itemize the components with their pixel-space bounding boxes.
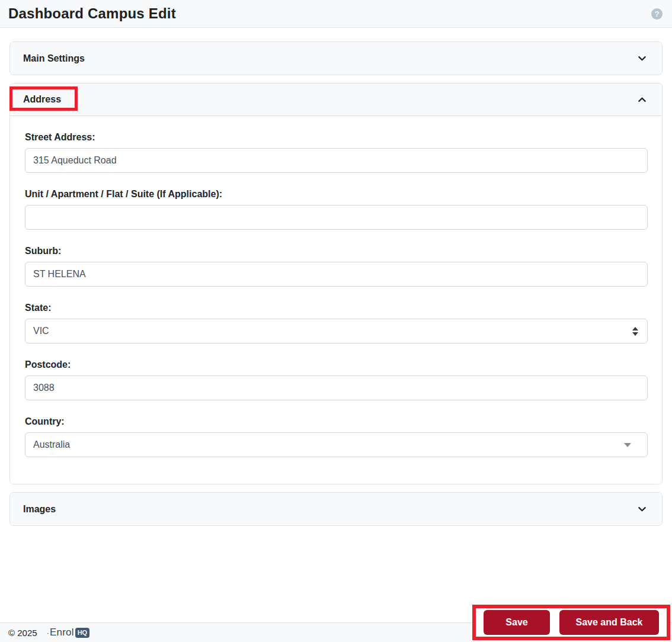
- section-label-main-settings: Main Settings: [23, 53, 85, 64]
- down-triangle-icon: [624, 443, 631, 447]
- field-suburb: Suburb:: [25, 246, 648, 287]
- country-label: Country:: [25, 416, 648, 427]
- chevron-up-icon: [638, 95, 647, 104]
- state-select[interactable]: VIC: [25, 319, 648, 344]
- state-label: State:: [25, 303, 648, 313]
- section-main-settings: Main Settings: [9, 41, 663, 75]
- postcode-input[interactable]: [25, 375, 648, 400]
- field-unit: Unit / Apartment / Flat / Suite (If Appl…: [25, 189, 648, 230]
- copyright-text: © 2025: [8, 628, 37, 638]
- section-label-images: Images: [23, 504, 56, 515]
- field-state: State: VIC: [25, 303, 648, 344]
- street-address-label: Street Address:: [25, 132, 648, 143]
- state-select-value: VIC: [33, 326, 49, 336]
- country-select[interactable]: Australia: [25, 432, 648, 457]
- address-form: Street Address: Unit / Apartment / Flat …: [10, 116, 662, 484]
- logo-prefix-mark: ·: [47, 628, 49, 637]
- page-header: Dashboard Campus Edit ?: [0, 0, 672, 28]
- save-button[interactable]: Save: [484, 610, 550, 635]
- section-images: Images: [9, 492, 663, 526]
- logo-badge: HQ: [75, 628, 90, 638]
- postcode-label: Postcode:: [25, 359, 648, 370]
- logo-text: Enrol: [50, 627, 74, 638]
- field-postcode: Postcode:: [25, 359, 648, 400]
- up-down-arrows-icon: [632, 327, 638, 336]
- suburb-input[interactable]: [25, 262, 648, 287]
- annotation-box-save-buttons: Save Save and Back: [472, 605, 670, 640]
- save-and-back-button[interactable]: Save and Back: [559, 610, 659, 635]
- page-title: Dashboard Campus Edit: [8, 5, 176, 22]
- field-street-address: Street Address:: [25, 132, 648, 173]
- main-content: Main Settings Address Street Address: Un…: [0, 28, 672, 526]
- field-country: Country: Australia: [25, 416, 648, 457]
- suburb-label: Suburb:: [25, 246, 648, 256]
- country-select-value: Australia: [33, 439, 70, 450]
- help-icon[interactable]: ?: [651, 8, 663, 20]
- section-label-address: Address: [23, 94, 61, 105]
- street-address-input[interactable]: [25, 148, 648, 173]
- unit-label: Unit / Apartment / Flat / Suite (If Appl…: [25, 189, 648, 200]
- section-header-address[interactable]: Address: [10, 84, 662, 116]
- unit-input[interactable]: [25, 205, 648, 230]
- chevron-down-icon: [638, 54, 647, 63]
- section-address: Address Street Address: Unit / Apartment…: [9, 83, 663, 484]
- section-header-main-settings[interactable]: Main Settings: [10, 42, 662, 75]
- section-header-images[interactable]: Images: [10, 493, 662, 525]
- chevron-down-icon: [638, 505, 647, 513]
- enrolhq-logo: · Enrol HQ: [47, 627, 90, 638]
